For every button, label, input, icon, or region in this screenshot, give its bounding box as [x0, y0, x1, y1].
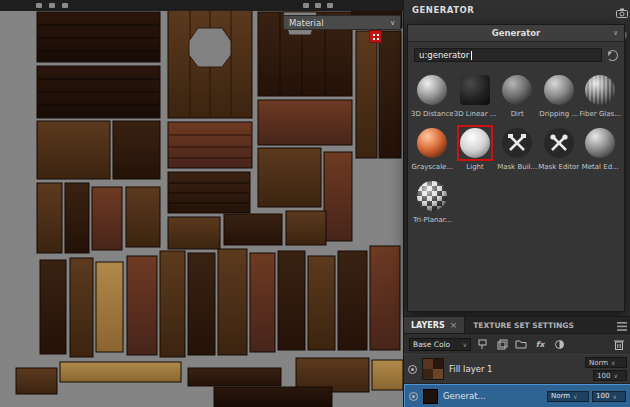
- viewport-tool-icon[interactable]: [36, 3, 42, 8]
- viewport-toolbar: [0, 0, 403, 11]
- add-folder-icon[interactable]: [514, 337, 528, 351]
- layer-name: Generat...: [443, 391, 486, 401]
- generator-item-label: Fiber Glas...: [579, 110, 621, 118]
- opacity-dropdown[interactable]: 100 ∨: [592, 391, 626, 402]
- layer-name: Fill layer 1: [449, 364, 493, 374]
- red-alert-badge[interactable]: [369, 30, 382, 43]
- channel-dropdown-label: Base Colo: [413, 340, 450, 349]
- search-value: u:generator: [419, 50, 469, 60]
- layer-thumbnail[interactable]: [423, 389, 438, 404]
- close-icon[interactable]: ×: [450, 320, 458, 330]
- generator-item-mask-editor[interactable]: Mask Editor: [538, 125, 580, 171]
- tab-layers[interactable]: LAYERS ×: [404, 317, 465, 333]
- generator-item-grayscale[interactable]: Grayscale...: [411, 125, 454, 171]
- generator-item-mask-builder[interactable]: Mask Buil...: [496, 125, 538, 171]
- chevron-down-icon: ∨: [612, 393, 616, 400]
- generator-item-label: Light: [454, 163, 497, 171]
- generator-popup-header[interactable]: Generator ∨: [408, 25, 624, 42]
- generator-search-row: u:generator: [408, 42, 624, 65]
- delete-layer-icon[interactable]: [612, 337, 626, 351]
- chevron-down-icon: ∨: [390, 19, 395, 27]
- chevron-down-icon: ∨: [613, 372, 617, 379]
- generator-thumbnail: [417, 181, 447, 211]
- crossed-tools-icon: [544, 128, 574, 158]
- add-mask-icon[interactable]: [552, 337, 566, 351]
- uv-texture-canvas: [0, 0, 403, 407]
- tab-texture-label: TEXTURE SET SETTINGS: [473, 321, 574, 330]
- blend-mode-dropdown[interactable]: Norm ∨: [547, 391, 589, 402]
- viewport-option-icon[interactable]: [315, 3, 321, 8]
- generator-thumbnail: [585, 128, 615, 158]
- generator-item-label: Metal Ed...: [579, 163, 621, 171]
- generator-item-label: 3D Linear ...: [454, 110, 497, 118]
- generator-popup: Generator ∨ u:generator 3D Distance 3D L…: [407, 24, 625, 312]
- viewport-option-icon[interactable]: [303, 3, 309, 8]
- generator-item-label: Tri-Planar...: [411, 216, 454, 224]
- add-effect-icon[interactable]: fx: [533, 337, 547, 351]
- generator-item-dripping[interactable]: Dripping ...: [538, 72, 580, 118]
- camera-icon[interactable]: [616, 3, 628, 22]
- generator-item-3d-distance[interactable]: 3D Distance: [411, 72, 454, 118]
- generator-item-light[interactable]: Light: [454, 125, 497, 171]
- layer-thumbnail[interactable]: [422, 358, 444, 380]
- generator-thumbnail: [544, 75, 574, 105]
- chevron-down-icon: ∨: [573, 393, 577, 400]
- generator-item-3d-linear[interactable]: 3D Linear ...: [454, 72, 497, 118]
- generator-item-dirt[interactable]: Dirt: [496, 72, 538, 118]
- panel-title: GENERATOR: [412, 5, 474, 15]
- add-layer-icon[interactable]: [495, 337, 509, 351]
- generator-grid: 3D Distance 3D Linear ... Dirt Dripping …: [408, 65, 624, 231]
- generator-item-label: Dripping ...: [538, 110, 580, 118]
- generator-thumbnail: [460, 128, 490, 158]
- substance-painter-window: Material ∨ GENERATOR Generator ∨ u:gener…: [0, 0, 630, 407]
- text-caret: [471, 51, 472, 60]
- generator-side-panel: GENERATOR Generator ∨ u:generator 3D D: [403, 0, 630, 407]
- layers-tab-bar: LAYERS × TEXTURE SET SETTINGS: [404, 317, 630, 334]
- generator-item-label: Mask Buil...: [496, 163, 538, 171]
- panel-menu-icon[interactable]: [617, 316, 627, 335]
- opacity-value: 100: [596, 392, 609, 400]
- generator-item-label: Mask Editor: [538, 163, 580, 171]
- generator-item-label: Grayscale...: [411, 163, 454, 171]
- generator-thumbnail: [585, 75, 615, 105]
- layers-toolbar: Base Colo ∨ fx: [404, 334, 630, 354]
- layer-row-generator-selected[interactable]: Generat... Norm ∨ 100 ∨: [404, 384, 630, 407]
- opacity-value: 100: [597, 372, 610, 380]
- visibility-eye-icon[interactable]: [408, 365, 417, 374]
- viewport-tool-icon[interactable]: [62, 3, 68, 8]
- red-highlight-box: [457, 125, 493, 161]
- add-fill-layer-icon[interactable]: [476, 337, 490, 351]
- generator-thumbnail: [417, 128, 447, 158]
- crossed-tools-icon: [502, 128, 532, 158]
- generator-item-fiber-glass[interactable]: Fiber Glas...: [579, 72, 621, 118]
- visibility-eye-icon[interactable]: [409, 392, 418, 401]
- search-input[interactable]: u:generator: [414, 48, 602, 62]
- material-mode-dropdown[interactable]: Material ∨: [283, 15, 401, 30]
- generator-thumbnail: [417, 75, 447, 105]
- chevron-down-icon: ∨: [611, 359, 615, 366]
- blend-mode-value: Norm: [589, 359, 608, 367]
- layer-row-fill-layer-1[interactable]: Fill layer 1 Norm ∨ 100 ∨: [404, 354, 630, 384]
- dots-icon: [372, 33, 380, 41]
- generator-item-label: 3D Distance: [411, 110, 454, 118]
- wood-planks-group: [16, 6, 403, 407]
- generator-popup-title: Generator: [492, 28, 541, 38]
- viewport-option-icon[interactable]: [327, 3, 333, 8]
- blend-mode-dropdown[interactable]: Norm ∨: [585, 357, 627, 368]
- blend-mode-value: Norm: [551, 392, 570, 400]
- generator-item-tri-planar[interactable]: Tri-Planar...: [411, 178, 454, 224]
- viewport-toolbar-right: [303, 3, 333, 8]
- opacity-dropdown[interactable]: 100 ∨: [593, 370, 627, 381]
- tab-layers-label: LAYERS: [411, 321, 445, 330]
- chevron-down-icon: ∨: [613, 29, 618, 37]
- channel-dropdown[interactable]: Base Colo ∨: [409, 338, 471, 351]
- generator-item-label: Dirt: [496, 110, 538, 118]
- viewport-tool-icon[interactable]: [49, 3, 55, 8]
- generator-thumbnail: [502, 75, 532, 105]
- tab-texture-set-settings[interactable]: TEXTURE SET SETTINGS: [465, 317, 582, 333]
- material-dropdown-label: Material: [289, 18, 324, 28]
- refresh-icon[interactable]: [607, 50, 618, 61]
- layers-panel: LAYERS × TEXTURE SET SETTINGS Base Colo …: [404, 316, 630, 407]
- chevron-down-icon: ∨: [463, 341, 467, 348]
- generator-item-metal-edge[interactable]: Metal Ed...: [579, 125, 621, 171]
